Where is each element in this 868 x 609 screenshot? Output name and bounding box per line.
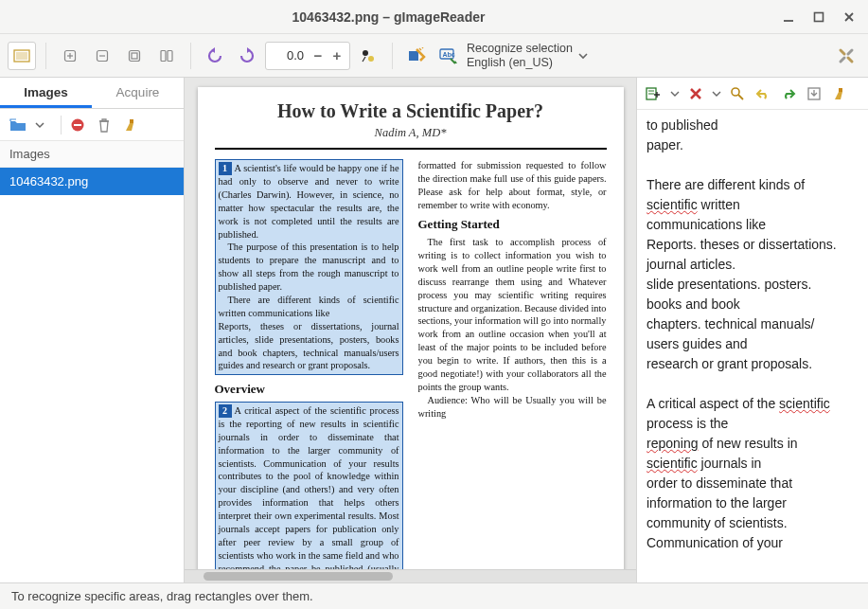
- separator: [190, 43, 191, 69]
- selection-badge: 1: [219, 162, 232, 175]
- save-button[interactable]: [805, 84, 824, 103]
- rotation-plus[interactable]: +: [328, 47, 345, 63]
- output-toolbar: [637, 78, 868, 110]
- strip-linebreaks-button[interactable]: [686, 84, 705, 103]
- tab-acquire[interactable]: Acquire: [92, 78, 184, 108]
- svg-rect-32: [839, 88, 842, 92]
- rotation-value: 0.0: [270, 48, 308, 63]
- page-title: How to Write a Scientific Paper?: [215, 100, 607, 122]
- selection-badge: 2: [219, 404, 232, 418]
- divider: [215, 148, 607, 150]
- page-controls-button[interactable]: [354, 42, 382, 70]
- close-button[interactable]: [836, 4, 862, 30]
- undo-button[interactable]: [753, 84, 772, 103]
- tab-images[interactable]: Images: [0, 78, 92, 108]
- maximize-button[interactable]: [806, 4, 832, 30]
- status-text: To recognize specific areas, drag rectan…: [11, 589, 313, 603]
- delete-button[interactable]: [94, 115, 115, 135]
- svg-rect-14: [168, 50, 172, 61]
- preferences-button[interactable]: [832, 42, 860, 70]
- clear-output-button[interactable]: [830, 84, 849, 103]
- rotate-left-button[interactable]: [201, 42, 229, 70]
- recognize-icon[interactable]: Abc: [434, 42, 463, 70]
- remove-button[interactable]: [67, 115, 88, 135]
- clear-button[interactable]: [120, 115, 141, 135]
- svg-rect-12: [132, 53, 137, 59]
- svg-rect-25: [130, 119, 133, 123]
- redo-button[interactable]: [779, 84, 798, 103]
- zoom-out-button[interactable]: [88, 42, 116, 70]
- statusbar: To recognize specific areas, drag rectan…: [0, 582, 868, 609]
- separator: [45, 43, 46, 69]
- output-panel: to published paper. There are different …: [636, 78, 868, 582]
- chevron-down-icon: [576, 49, 590, 63]
- svg-point-17: [363, 50, 368, 56]
- zoom-in-button[interactable]: [56, 42, 84, 70]
- main-area: Images Acquire Images 10463432.png: [0, 78, 868, 582]
- overview-heading: Overview: [215, 381, 403, 398]
- separator: [392, 43, 393, 69]
- getting-started-heading: Getting Started: [418, 216, 607, 233]
- svg-rect-1: [815, 12, 824, 21]
- open-button[interactable]: [8, 115, 28, 135]
- svg-point-29: [732, 88, 739, 96]
- svg-rect-5: [16, 52, 27, 60]
- minimize-button[interactable]: [775, 4, 802, 30]
- chevron-down-icon[interactable]: [34, 119, 45, 131]
- rotate-right-button[interactable]: [233, 42, 261, 70]
- svg-rect-11: [130, 50, 140, 61]
- rotation-spinner[interactable]: 0.0 − +: [265, 42, 350, 70]
- chevron-down-icon[interactable]: [712, 89, 721, 99]
- svg-point-18: [368, 56, 374, 62]
- zoom-original-button[interactable]: [152, 42, 181, 70]
- list-item[interactable]: 10463432.png: [0, 168, 184, 195]
- ocr-output-text[interactable]: to published paper. There are different …: [637, 110, 868, 582]
- titlebar: 10463432.png – gImageReader: [0, 0, 868, 34]
- horizontal-scrollbar[interactable]: [185, 569, 636, 582]
- sources-panel: Images Acquire Images 10463432.png: [0, 78, 185, 582]
- svg-line-30: [738, 95, 743, 99]
- document-page: How to Write a Scientific Paper? Nadim A…: [198, 87, 624, 569]
- list-header: Images: [0, 141, 184, 168]
- autodetect-button[interactable]: [402, 42, 431, 70]
- window-title: 10463432.png – gImageReader: [6, 9, 771, 25]
- sources-tabs: Images Acquire: [0, 78, 184, 109]
- rotation-minus[interactable]: −: [310, 47, 327, 63]
- svg-text:Abc: Abc: [443, 51, 455, 58]
- chevron-down-icon[interactable]: [670, 89, 680, 99]
- sources-toolbar: [0, 109, 184, 141]
- svg-rect-19: [409, 51, 418, 61]
- viewport[interactable]: How to Write a Scientific Paper? Nadim A…: [185, 78, 636, 569]
- recognize-dropdown[interactable]: Recognize selection English (en_US): [467, 42, 590, 69]
- main-toolbar: 0.0 − + Abc Recognize selection English …: [0, 34, 868, 78]
- toggle-sources-button[interactable]: [8, 42, 36, 70]
- insert-mode-button[interactable]: [645, 84, 664, 103]
- recognize-language: English (en_US): [467, 56, 573, 69]
- image-viewer: How to Write a Scientific Paper? Nadim A…: [185, 78, 636, 582]
- ocr-selection-2[interactable]: 2A critical aspect of the scientific pro…: [215, 402, 403, 569]
- zoom-fit-button[interactable]: [120, 42, 149, 70]
- page-author: Nadim A, MD*: [215, 126, 607, 140]
- scrollbar-thumb[interactable]: [204, 572, 393, 581]
- svg-rect-24: [74, 124, 81, 126]
- ocr-selection-1[interactable]: 1A scientist's life would be happy one i…: [215, 159, 403, 375]
- find-replace-button[interactable]: [728, 84, 747, 103]
- recognize-label: Recognize selection: [467, 42, 573, 55]
- svg-rect-13: [161, 50, 166, 61]
